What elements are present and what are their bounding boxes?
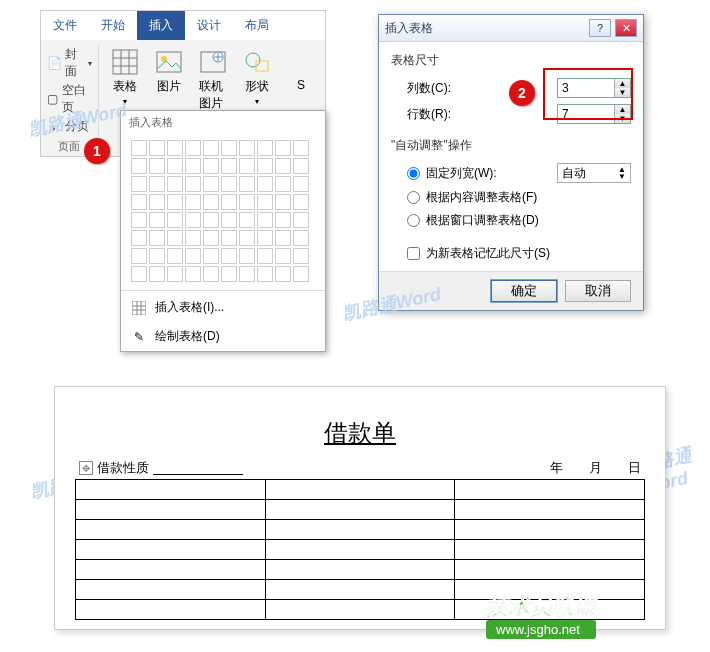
grid-cell[interactable] <box>293 140 309 156</box>
grid-cell[interactable] <box>167 266 183 282</box>
grid-cell[interactable] <box>167 212 183 228</box>
grid-cell[interactable] <box>203 266 219 282</box>
grid-cell[interactable] <box>185 212 201 228</box>
tab-design[interactable]: 设计 <box>185 11 233 40</box>
tab-insert[interactable]: 插入 <box>137 11 185 40</box>
grid-cell[interactable] <box>221 158 237 174</box>
grid-cell[interactable] <box>203 158 219 174</box>
grid-cell[interactable] <box>131 266 147 282</box>
grid-cell[interactable] <box>131 158 147 174</box>
grid-cell[interactable] <box>257 194 273 210</box>
grid-cell[interactable] <box>221 266 237 282</box>
page-break-button[interactable]: ⭏ 分页 <box>47 118 92 135</box>
tab-home[interactable]: 开始 <box>89 11 137 40</box>
grid-cell[interactable] <box>257 158 273 174</box>
grid-cell[interactable] <box>239 140 255 156</box>
grid-cell[interactable] <box>185 248 201 264</box>
help-button[interactable]: ? <box>589 19 611 37</box>
grid-cell[interactable] <box>203 176 219 192</box>
grid-cell[interactable] <box>221 194 237 210</box>
grid-cell[interactable] <box>149 194 165 210</box>
insert-table-menu-item[interactable]: 插入表格(I)... <box>121 293 325 322</box>
draw-table-menu-item[interactable]: ✎ 绘制表格(D) <box>121 322 325 351</box>
grid-cell[interactable] <box>203 140 219 156</box>
grid-cell[interactable] <box>275 266 291 282</box>
grid-cell[interactable] <box>239 248 255 264</box>
grid-cell[interactable] <box>293 158 309 174</box>
grid-cell[interactable] <box>203 230 219 246</box>
grid-cell[interactable] <box>185 266 201 282</box>
grid-cell[interactable] <box>131 176 147 192</box>
grid-cell[interactable] <box>131 230 147 246</box>
grid-cell[interactable] <box>239 230 255 246</box>
grid-cell[interactable] <box>257 230 273 246</box>
grid-cell[interactable] <box>257 248 273 264</box>
grid-cell[interactable] <box>149 140 165 156</box>
grid-cell[interactable] <box>221 212 237 228</box>
grid-cell[interactable] <box>293 194 309 210</box>
grid-cell[interactable] <box>275 140 291 156</box>
cancel-button[interactable]: 取消 <box>565 280 631 302</box>
grid-cell[interactable] <box>257 266 273 282</box>
grid-cell[interactable] <box>131 212 147 228</box>
grid-cell[interactable] <box>203 194 219 210</box>
grid-picker[interactable] <box>121 134 325 288</box>
grid-cell[interactable] <box>239 212 255 228</box>
grid-cell[interactable] <box>221 176 237 192</box>
grid-cell[interactable] <box>239 158 255 174</box>
grid-cell[interactable] <box>275 158 291 174</box>
grid-cell[interactable] <box>275 194 291 210</box>
tab-file[interactable]: 文件 <box>41 11 89 40</box>
grid-cell[interactable] <box>293 230 309 246</box>
grid-cell[interactable] <box>293 212 309 228</box>
grid-cell[interactable] <box>257 212 273 228</box>
grid-cell[interactable] <box>167 194 183 210</box>
grid-cell[interactable] <box>293 176 309 192</box>
grid-cell[interactable] <box>131 194 147 210</box>
grid-cell[interactable] <box>167 230 183 246</box>
grid-cell[interactable] <box>221 140 237 156</box>
remember-checkbox[interactable] <box>407 247 420 260</box>
cover-page-button[interactable]: 📄 封面 ▾ <box>47 46 92 80</box>
grid-cell[interactable] <box>239 176 255 192</box>
grid-cell[interactable] <box>203 212 219 228</box>
dialog-titlebar[interactable]: 插入表格 ? ✕ <box>379 15 643 42</box>
grid-cell[interactable] <box>293 266 309 282</box>
grid-cell[interactable] <box>185 176 201 192</box>
fixed-width-radio[interactable] <box>407 167 420 180</box>
grid-cell[interactable] <box>131 140 147 156</box>
grid-cell[interactable] <box>185 158 201 174</box>
grid-cell[interactable] <box>167 176 183 192</box>
tab-layout[interactable]: 布局 <box>233 11 281 40</box>
fit-content-radio[interactable] <box>407 191 420 204</box>
grid-cell[interactable] <box>149 248 165 264</box>
grid-cell[interactable] <box>167 158 183 174</box>
grid-cell[interactable] <box>185 194 201 210</box>
grid-cell[interactable] <box>293 248 309 264</box>
close-button[interactable]: ✕ <box>615 19 637 37</box>
grid-cell[interactable] <box>275 230 291 246</box>
grid-cell[interactable] <box>167 140 183 156</box>
grid-cell[interactable] <box>221 230 237 246</box>
grid-cell[interactable] <box>203 248 219 264</box>
grid-cell[interactable] <box>221 248 237 264</box>
blank-page-button[interactable]: ▢ 空白页 <box>47 82 92 116</box>
grid-cell[interactable] <box>185 140 201 156</box>
grid-cell[interactable] <box>185 230 201 246</box>
grid-cell[interactable] <box>131 248 147 264</box>
grid-cell[interactable] <box>275 212 291 228</box>
ok-button[interactable]: 确定 <box>491 280 557 302</box>
grid-cell[interactable] <box>149 212 165 228</box>
grid-cell[interactable] <box>257 140 273 156</box>
grid-cell[interactable] <box>149 266 165 282</box>
grid-cell[interactable] <box>167 248 183 264</box>
grid-cell[interactable] <box>149 230 165 246</box>
grid-cell[interactable] <box>239 266 255 282</box>
fixed-width-select[interactable]: 自动 ▲▼ <box>557 163 631 183</box>
grid-cell[interactable] <box>149 158 165 174</box>
grid-cell[interactable] <box>239 194 255 210</box>
grid-cell[interactable] <box>257 176 273 192</box>
fit-window-radio[interactable] <box>407 214 420 227</box>
grid-cell[interactable] <box>149 176 165 192</box>
grid-cell[interactable] <box>275 248 291 264</box>
